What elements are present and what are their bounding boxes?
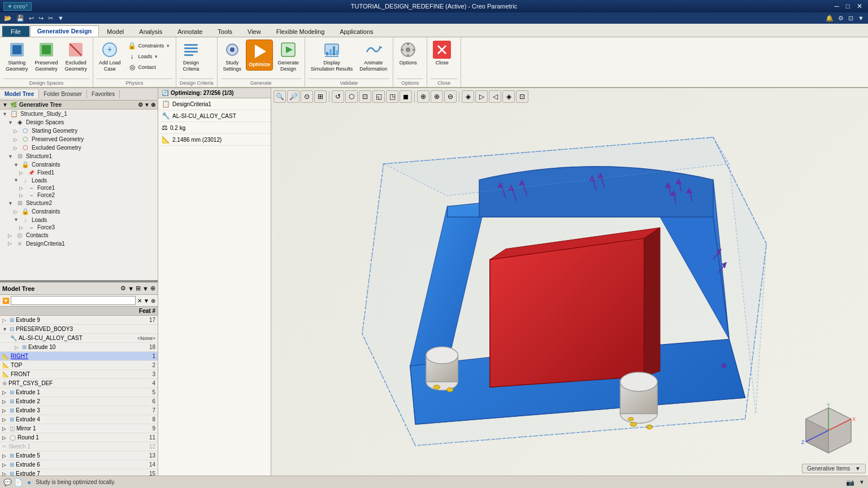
tree-item-constraints1[interactable]: ▼ 🔒 Constraints (0, 160, 158, 169)
tree-item-contacts[interactable]: ▷ ◎ Contacts (0, 231, 158, 239)
btn-close[interactable]: Close (431, 40, 453, 67)
vp-btn-solid[interactable]: ◼ (400, 90, 412, 103)
table-row[interactable]: ▷ ◫ Mirror 1 9 (0, 424, 158, 433)
table-row[interactable]: ▷ ⊞ Extrude 9 17 (0, 316, 158, 325)
tab-flexible-modeling[interactable]: Flexible Modeling (269, 26, 332, 37)
right-status-dropdown[interactable]: ▼ (855, 465, 861, 472)
table-row[interactable]: ▷ ⊞ Extrude 7 15 (0, 469, 158, 476)
table-row[interactable]: ▷ ◯ Round 1 11 (0, 433, 158, 442)
tab-analysis[interactable]: Analysis (132, 26, 170, 37)
table-row[interactable]: ▷ ⊞ Extrude 4 8 (0, 415, 158, 424)
vp-btn-measure[interactable]: ⊕ (417, 90, 429, 103)
vp-btn-zoom-out[interactable]: 🔎 (287, 90, 300, 103)
qa-redo[interactable]: ↪ (37, 14, 45, 23)
search-add-btn[interactable]: ⊕ (151, 298, 155, 304)
btn-starting-geometry[interactable]: StartingGeometry (3, 40, 31, 73)
table-row[interactable]: ▷ ⊞ Extrude 1 5 (0, 388, 158, 397)
vp-btn-refit[interactable]: ⊞ (314, 90, 327, 103)
table-row[interactable]: ▷ ⊞ Extrude 10 18 (0, 343, 158, 352)
table-row[interactable]: ✏ Sketch 1 12 (0, 442, 158, 451)
tree-tab-folder-browser[interactable]: Folder Browser (39, 90, 87, 98)
btn-add-load-case[interactable]: + Add LoadCase (97, 40, 123, 73)
right-status-label[interactable]: Generative Items ▼ (802, 464, 866, 473)
table-row[interactable]: 🔧 AL-SI-CU_ALLOY_CAST <None> (0, 334, 158, 343)
tree-item-force1[interactable]: ▷ → Force1 (0, 184, 158, 191)
btn-optimize[interactable]: Optimize (246, 40, 273, 71)
tab-generative-design[interactable]: Generative Design (30, 25, 99, 37)
table-row[interactable]: ▼ ⊟ PRESERVED_BODY3 (0, 325, 158, 334)
qa-cut[interactable]: ✂ (46, 14, 55, 23)
tab-file[interactable]: File (2, 26, 29, 37)
btn-contact[interactable]: ◎ Contact (125, 62, 172, 72)
table-row[interactable]: ▷ ⊞ Extrude 5 13 (0, 451, 158, 460)
qa-more[interactable]: ▼ (56, 14, 66, 22)
btn-preserved-geometry[interactable]: PreservedGeometry (33, 40, 60, 73)
maximize-button[interactable]: □ (844, 2, 852, 10)
status-dropdown-arrow[interactable]: ▼ (859, 479, 865, 485)
tab-tools[interactable]: Tools (210, 26, 240, 37)
vp-btn-zoom-in[interactable]: 🔍 (274, 90, 286, 103)
mt-tool1[interactable]: ⚙ (120, 285, 126, 292)
tab-annotate[interactable]: Annotate (170, 26, 210, 37)
btn-design-criteria[interactable]: DesignCriteria (180, 40, 202, 73)
mt-tool5[interactable]: ⊕ (150, 285, 155, 292)
table-row[interactable]: 📐 FRONT 3 (0, 370, 158, 379)
tree-item-loads1[interactable]: ▼ ↓ Loads (0, 176, 158, 184)
tree-item-constraints2[interactable]: ▷ 🔒 Constraints (0, 207, 158, 216)
btn-excluded-geometry[interactable]: ExcludedGeometry (63, 40, 90, 73)
btn-animate-deformation[interactable]: AnimateDeformation (357, 40, 389, 73)
mt-tool3[interactable]: ⊞ (136, 285, 141, 292)
close-button[interactable]: ✕ (854, 2, 865, 10)
vp-btn-shaded[interactable]: ⊡ (359, 90, 371, 103)
minimize-button[interactable]: ─ (832, 2, 841, 10)
vp-btn-more[interactable]: ◈ (502, 90, 515, 103)
vp-btn-hidden[interactable]: ◱ (372, 90, 385, 103)
btn-loads[interactable]: ↓ Loads ▼ (125, 51, 172, 62)
tab-applications[interactable]: Applications (332, 26, 380, 37)
qa-help2[interactable]: ⚙ (836, 14, 845, 23)
gt-tool3[interactable]: ⊕ (151, 102, 155, 108)
gt-tool1[interactable]: ⚙ (138, 102, 143, 108)
table-row[interactable]: 📐 TOP 2 (0, 361, 158, 370)
tree-tab-favorites[interactable]: Favorites (87, 90, 120, 98)
mt-tool2[interactable]: ▼ (128, 285, 134, 292)
vp-btn-zoom-fit[interactable]: ⊙ (301, 90, 313, 103)
search-clear-btn[interactable]: ✕ (137, 298, 142, 304)
table-row[interactable]: ▷ ⊞ Extrude 6 14 (0, 460, 158, 469)
generative-tree-header[interactable]: ▼ 🌿 Generative Tree ⚙ ▼ ⊕ (0, 101, 158, 110)
table-row[interactable]: ⊕ PRT_CSYS_DEF 4 (0, 379, 158, 388)
btn-options[interactable]: Options (397, 40, 419, 67)
tree-item-fixed1[interactable]: ▷ 📌 Fixed1 (0, 169, 158, 176)
btn-study-settings[interactable]: StudySettings (221, 40, 244, 73)
vp-btn-grid[interactable]: ⊡ (516, 90, 528, 103)
tree-item-preserved-geometry[interactable]: ▷ ⬡ Preserved Geometry (0, 135, 158, 143)
opt-material-item[interactable]: 🔧 AL-SI-CU_ALLOY_CAST (158, 110, 271, 122)
tree-item-force2[interactable]: ▷ → Force2 (0, 191, 158, 199)
table-row[interactable]: ▷ ⊞ Extrude 3 7 (0, 406, 158, 415)
tree-tab-model-tree[interactable]: Model Tree (0, 90, 39, 98)
tree-item-excluded-geometry[interactable]: ▷ ⬡ Excluded Geometry (0, 143, 158, 152)
vp-btn-explode[interactable]: ⊖ (444, 90, 457, 103)
tree-item-design-criteria1[interactable]: ▷ ≡ DesignCriteria1 (0, 239, 158, 247)
tree-item-loads2[interactable]: ▼ ↓ Loads (0, 216, 158, 224)
vp-btn-animate[interactable]: ◈ (462, 90, 474, 103)
tab-model[interactable]: Model (99, 26, 131, 37)
qa-help1[interactable]: 🔔 (824, 14, 835, 23)
gt-tool2[interactable]: ▼ (144, 102, 150, 108)
tree-item-starting-geometry[interactable]: ▷ ⬡ Starting Geometry (0, 127, 158, 135)
qa-help3[interactable]: ⊡ (847, 14, 855, 23)
tree-item-design-spaces[interactable]: ▼ ◈ Design Spaces (0, 118, 158, 127)
opt-criteria-item[interactable]: 📋 DesignCriteria1 (158, 98, 271, 110)
tree-item-structure1[interactable]: ▼ ⊞ Structure1 (0, 152, 158, 160)
mt-tool4[interactable]: ▼ (142, 285, 149, 292)
vp-btn-perspective[interactable]: ◳ (386, 90, 398, 103)
qa-undo[interactable]: ↩ (27, 14, 36, 23)
vp-btn-wireframe[interactable]: ⬡ (345, 90, 358, 103)
btn-constraints[interactable]: 🔒 Constraints ▼ (125, 41, 172, 51)
navigation-cube[interactable]: X Y Z (800, 402, 857, 459)
vp-btn-section[interactable]: ⊕ (431, 90, 443, 103)
table-row[interactable]: 📐 RIGHT 1 (0, 352, 158, 361)
vp-btn-rotate[interactable]: ↺ (332, 90, 344, 103)
qa-open[interactable]: 📂 (2, 14, 14, 23)
vp-btn-view[interactable]: ◁ (489, 90, 501, 103)
